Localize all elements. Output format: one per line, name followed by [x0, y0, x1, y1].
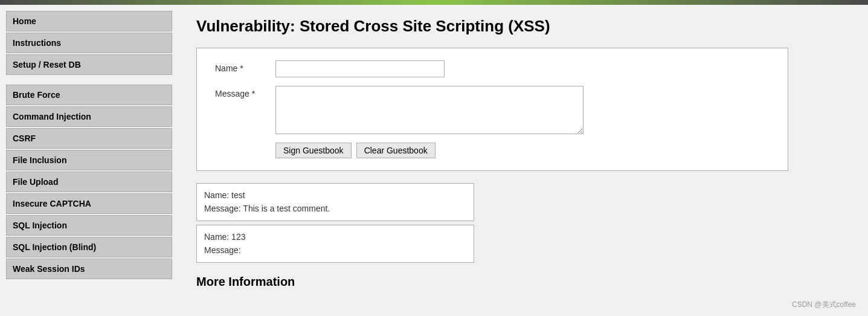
sidebar-item-setup-reset-db[interactable]: Setup / Reset DB	[6, 54, 172, 75]
sidebar-item-file-inclusion[interactable]: File Inclusion	[6, 150, 172, 170]
sidebar-item-command-injection[interactable]: Command Injection	[6, 106, 172, 127]
entry-1-name: Name: test	[204, 189, 466, 202]
main-content: Vulnerability: Stored Cross Site Scripti…	[178, 5, 868, 316]
more-info-title: More Information	[196, 275, 850, 289]
name-label: Name *	[215, 60, 275, 73]
name-input[interactable]	[275, 60, 445, 77]
page-title: Vulnerability: Stored Cross Site Scripti…	[196, 17, 850, 36]
sign-guestbook-button[interactable]: Sign Guestbook	[275, 143, 352, 158]
sidebar-spacer	[6, 76, 172, 85]
sidebar-item-home[interactable]: Home	[6, 11, 172, 31]
clear-guestbook-button[interactable]: Clear Guestbook	[356, 143, 436, 158]
entry-1-message: Message: This is a test comment.	[204, 202, 466, 215]
xss-form-box: Name * Message * Sign Guestbook Clear Gu…	[196, 48, 788, 171]
sidebar-item-csrf[interactable]: CSRF	[6, 128, 172, 149]
sidebar-item-instructions[interactable]: Instructions	[6, 33, 172, 53]
message-textarea[interactable]	[275, 86, 583, 134]
layout: Home Instructions Setup / Reset DB Brute…	[0, 5, 868, 316]
top-bar	[0, 0, 868, 5]
message-row: Message *	[215, 86, 770, 134]
guestbook-entry-2: Name: 123 Message:	[196, 225, 474, 263]
guestbook-entry-1: Name: test Message: This is a test comme…	[196, 183, 474, 221]
entry-2-name: Name: 123	[204, 230, 466, 243]
name-row: Name *	[215, 60, 770, 77]
sidebar-item-brute-force[interactable]: Brute Force	[6, 85, 172, 105]
sidebar-item-insecure-captcha[interactable]: Insecure CAPTCHA	[6, 193, 172, 214]
form-buttons: Sign Guestbook Clear Guestbook	[275, 143, 770, 158]
sidebar-item-file-upload[interactable]: File Upload	[6, 172, 172, 192]
sidebar: Home Instructions Setup / Reset DB Brute…	[0, 5, 178, 316]
guestbook-entries: Name: test Message: This is a test comme…	[196, 183, 474, 263]
watermark: CSDN @美式coffee	[792, 300, 856, 310]
sidebar-item-weak-session-ids[interactable]: Weak Session IDs	[6, 259, 172, 279]
sidebar-item-sql-injection-blind[interactable]: SQL Injection (Blind)	[6, 237, 172, 257]
message-label: Message *	[215, 86, 275, 98]
entry-2-message: Message:	[204, 243, 466, 257]
sidebar-item-sql-injection[interactable]: SQL Injection	[6, 215, 172, 236]
